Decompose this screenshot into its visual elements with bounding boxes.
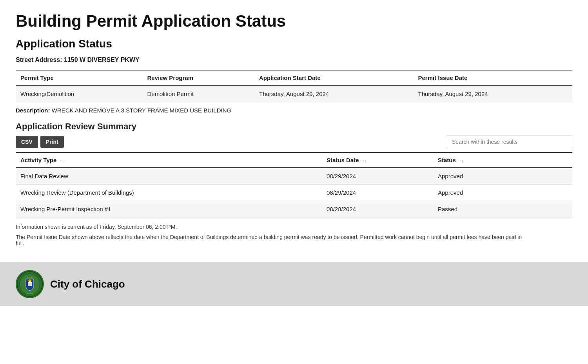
csv-button[interactable]: CSV bbox=[16, 136, 38, 148]
col-header-status: Status ↑↓ bbox=[433, 152, 572, 168]
street-address: Street Address: 1150 W DIVERSEY PKWY bbox=[16, 56, 572, 63]
review-activity-type: Wrecking Review (Department of Buildings… bbox=[16, 185, 322, 201]
current-as-of-note: Information shown is current as of Frida… bbox=[16, 224, 572, 230]
description-row: Description: WRECK AND REMOVE A 3 STORY … bbox=[16, 107, 572, 114]
description-label: Description: bbox=[16, 107, 50, 114]
search-input[interactable] bbox=[447, 136, 572, 148]
col-header-app-start-date: Application Start Date bbox=[254, 70, 413, 85]
street-address-value: 1150 W DIVERSEY PKWY bbox=[64, 56, 140, 63]
col-header-review-program: Review Program bbox=[142, 70, 254, 85]
review-program-value: Demolition Permit bbox=[142, 85, 254, 102]
col-header-status-date: Status Date ↑↓ bbox=[322, 152, 433, 168]
col-header-activity-type: Activity Type ↑↓ bbox=[16, 152, 322, 168]
review-status-date: 08/29/2024 bbox=[322, 185, 433, 201]
review-status: Approved bbox=[433, 168, 572, 185]
street-address-label: Street Address: bbox=[16, 56, 62, 63]
toolbar: CSV Print bbox=[16, 136, 572, 148]
review-table-row: Wrecking Pre-Permit Inspection #108/28/2… bbox=[16, 201, 572, 217]
sort-icon-status[interactable]: ↑↓ bbox=[459, 158, 463, 163]
description-value: WRECK AND REMOVE A 3 STORY FRAME MIXED U… bbox=[52, 107, 231, 114]
city-seal: ★ ★ ★ CHICAGO bbox=[16, 270, 44, 298]
review-summary-table: Activity Type ↑↓ Status Date ↑↓ Status ↑… bbox=[16, 152, 572, 217]
toolbar-left: CSV Print bbox=[16, 136, 64, 148]
print-button[interactable]: Print bbox=[40, 136, 64, 148]
permit-row: Wrecking/Demolition Demolition Permit Th… bbox=[16, 85, 572, 102]
review-status-date: 08/28/2024 bbox=[322, 201, 433, 217]
sort-icon-activity[interactable]: ↑↓ bbox=[60, 158, 64, 163]
section-title: Application Status bbox=[16, 38, 572, 50]
review-summary-title: Application Review Summary bbox=[16, 121, 572, 132]
permit-type-value: Wrecking/Demolition bbox=[16, 85, 142, 102]
city-seal-svg: ★ ★ ★ CHICAGO bbox=[17, 271, 43, 297]
col-header-permit-type: Permit Type bbox=[16, 70, 142, 85]
app-start-date-value: Thursday, August 29, 2024 bbox=[254, 85, 413, 102]
review-activity-type: Final Data Review bbox=[16, 168, 322, 185]
review-status: Approved bbox=[433, 185, 572, 201]
svg-text:★ ★ ★: ★ ★ ★ bbox=[27, 276, 33, 278]
svg-text:CHICAGO: CHICAGO bbox=[26, 293, 34, 295]
permit-issue-note: The Permit Issue Date shown above reflec… bbox=[16, 234, 525, 246]
col-header-permit-issue-date: Permit Issue Date bbox=[413, 70, 572, 85]
review-status: Passed bbox=[433, 201, 572, 217]
permit-info-table: Permit Type Review Program Application S… bbox=[16, 70, 572, 102]
sort-icon-status-date[interactable]: ↑↓ bbox=[362, 158, 367, 163]
review-status-date: 08/29/2024 bbox=[322, 168, 433, 185]
footer-city-name: City of Chicago bbox=[50, 278, 125, 290]
permit-issue-date-value: Thursday, August 29, 2024 bbox=[413, 85, 572, 102]
review-table-row: Final Data Review08/29/2024Approved bbox=[16, 168, 572, 185]
page-title: Building Permit Application Status bbox=[16, 12, 572, 31]
review-table-row: Wrecking Review (Department of Buildings… bbox=[16, 185, 572, 201]
footer: ★ ★ ★ CHICAGO City of Chicago bbox=[0, 262, 588, 306]
review-activity-type: Wrecking Pre-Permit Inspection #1 bbox=[16, 201, 322, 217]
